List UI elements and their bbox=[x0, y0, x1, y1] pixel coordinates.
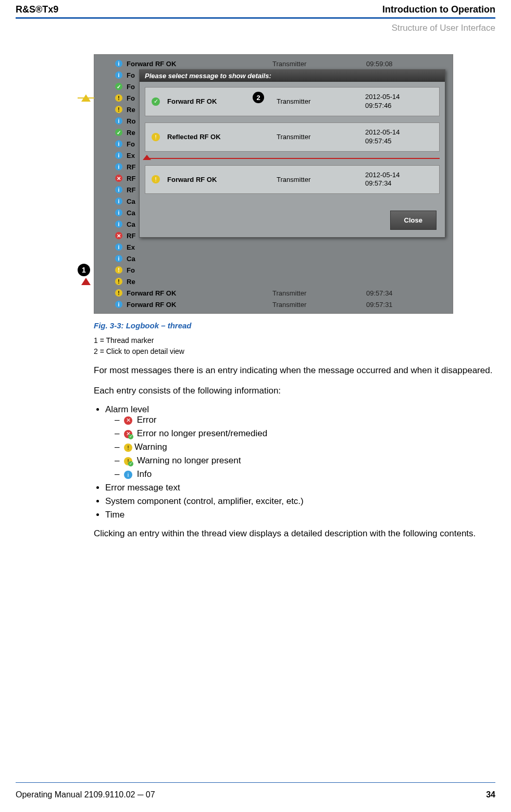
popup-timestamp: 2012-05-1409:57:34 bbox=[365, 171, 400, 189]
popup-message: Forward RF OK bbox=[167, 176, 277, 183]
info-icon: i bbox=[115, 243, 122, 251]
close-button[interactable]: Close bbox=[390, 211, 437, 230]
red-separator bbox=[145, 158, 440, 159]
callout-1: 1 bbox=[78, 264, 90, 276]
warn-icon: ! bbox=[115, 106, 122, 113]
log-row[interactable]: iForward RF OKTransmitter09:59:08 bbox=[94, 58, 453, 69]
warning-icon: ! bbox=[124, 444, 132, 452]
page-header: R&S®Tx9 Introduction to Operation bbox=[0, 0, 511, 17]
list-item-error: ✕ Error bbox=[115, 415, 495, 425]
list-item-sys-comp: System component (control, amplifier, ex… bbox=[105, 496, 495, 507]
warning-remedied-icon: ! bbox=[124, 457, 132, 465]
info-list: Alarm level ✕ Error ✕ Error no longer pr… bbox=[94, 404, 495, 520]
log-row[interactable]: iForward RF OKTransmitter09:57:31 bbox=[94, 299, 453, 310]
popup-message-item[interactable]: ✓Forward RF OKTransmitter2012-05-1409:57… bbox=[145, 87, 440, 116]
page-footer: Operating Manual 2109.9110.02 ─ 07 34 bbox=[0, 786, 511, 799]
detail-popup: Please select message to show details: ✓… bbox=[139, 69, 445, 238]
list-item-info: i Info bbox=[115, 469, 495, 479]
header-left: R&S®Tx9 bbox=[16, 4, 58, 15]
list-item-error-ok: ✕ Error no longer present/remedied bbox=[115, 428, 495, 439]
info-icon: i bbox=[115, 163, 122, 170]
errok-icon: ✕ bbox=[115, 175, 122, 182]
warnok-icon: ! bbox=[115, 266, 122, 274]
figure-legend: 1 = Thread marker 2 = Click to open deta… bbox=[94, 335, 495, 357]
log-time: 09:59:08 bbox=[366, 60, 393, 68]
log-row[interactable]: !Re bbox=[94, 276, 453, 287]
popup-message: Reflected RF OK bbox=[167, 133, 277, 141]
error-icon: ✕ bbox=[124, 416, 132, 425]
paragraph-1: For most messages there is an entry indi… bbox=[94, 364, 495, 377]
list-item-warning: !Warning bbox=[115, 442, 495, 452]
popup-timestamp: 2012-05-1409:57:46 bbox=[365, 93, 400, 110]
logbook-screenshot: iForward RF OKTransmitter09:59:08iFo✓Fo!… bbox=[94, 54, 453, 314]
log-message: Fo bbox=[127, 266, 272, 274]
info-icon: i bbox=[115, 209, 122, 216]
info-icon: i bbox=[115, 301, 122, 308]
popup-source: Transmitter bbox=[277, 133, 365, 141]
thread-marker-icon bbox=[78, 276, 94, 287]
info-icon: i bbox=[124, 471, 132, 479]
info-icon: i bbox=[115, 220, 122, 228]
info-icon: i bbox=[115, 71, 122, 79]
warn-icon: ! bbox=[115, 94, 122, 102]
log-source: Transmitter bbox=[272, 289, 366, 297]
log-row[interactable]: !Forward RF OKTransmitter09:57:34 bbox=[94, 287, 453, 299]
list-item-alarm-level: Alarm level ✕ Error ✕ Error no longer pr… bbox=[105, 404, 495, 479]
info-icon: i bbox=[115, 117, 122, 125]
log-time: 09:57:31 bbox=[366, 301, 393, 309]
log-source: Transmitter bbox=[272, 301, 366, 309]
popup-title: Please select message to show details: bbox=[140, 70, 445, 82]
footer-page-number: 34 bbox=[486, 790, 495, 799]
popup-source: Transmitter bbox=[277, 176, 365, 183]
figure-caption: Fig. 3-3: Logbook – thread bbox=[94, 321, 495, 330]
popup-body: ✓Forward RF OKTransmitter2012-05-1409:57… bbox=[140, 82, 445, 237]
warn-icon: ! bbox=[115, 289, 122, 297]
popup-message-item[interactable]: !Forward RF OKTransmitter2012-05-1409:57… bbox=[145, 165, 440, 194]
info-icon: i bbox=[115, 255, 122, 262]
header-right: Introduction to Operation bbox=[382, 4, 495, 15]
list-item-msg-text: Error message text bbox=[105, 483, 495, 493]
ok-icon: ✓ bbox=[115, 129, 122, 136]
legend-line-1: 1 = Thread marker bbox=[94, 335, 495, 346]
list-item-warning-ok: ! Warning no longer present bbox=[115, 456, 495, 466]
popup-message-item[interactable]: !Reflected RF OKTransmitter2012-05-1409:… bbox=[145, 122, 440, 152]
callout-2: 2 bbox=[253, 92, 264, 103]
log-message: Forward RF OK bbox=[127, 301, 272, 309]
warn-icon: ! bbox=[115, 278, 122, 285]
error-remedied-icon: ✕ bbox=[124, 430, 132, 438]
err-icon: ✕ bbox=[115, 232, 122, 239]
info-icon: i bbox=[115, 198, 122, 205]
log-message: Ca bbox=[127, 255, 272, 263]
footer-left: Operating Manual 2109.9110.02 ─ 07 bbox=[16, 790, 155, 799]
list-item-time: Time bbox=[105, 510, 495, 520]
warn-icon: ! bbox=[152, 175, 160, 183]
legend-line-2: 2 = Click to open detail view bbox=[94, 346, 495, 357]
log-message: Forward RF OK bbox=[127, 289, 272, 297]
warn-icon: ! bbox=[152, 133, 160, 141]
subheader-right: Structure of User Interface bbox=[0, 19, 511, 33]
popup-timestamp: 2012-05-1409:57:45 bbox=[365, 128, 400, 146]
popup-source: Transmitter bbox=[277, 97, 365, 105]
info-icon: i bbox=[115, 152, 122, 159]
log-source: Transmitter bbox=[272, 60, 366, 68]
ok-icon: ✓ bbox=[115, 83, 122, 90]
log-row[interactable]: 1!Fo bbox=[94, 264, 453, 276]
info-icon: i bbox=[115, 140, 122, 147]
log-message: Ex bbox=[127, 243, 272, 251]
log-time: 09:57:34 bbox=[366, 289, 393, 297]
log-message: Re bbox=[127, 278, 272, 286]
paragraph-3: Clicking an entry within the thread view… bbox=[94, 527, 495, 540]
footer-rule bbox=[16, 782, 495, 783]
log-row[interactable]: iEx bbox=[94, 241, 453, 253]
info-icon: i bbox=[115, 60, 122, 67]
paragraph-2: Each entry consists of the following inf… bbox=[94, 385, 495, 398]
log-row[interactable]: iCa bbox=[94, 253, 453, 264]
content-area: iForward RF OKTransmitter09:59:08iFo✓Fo!… bbox=[0, 33, 511, 540]
info-icon: i bbox=[115, 186, 122, 193]
ok-icon: ✓ bbox=[152, 97, 160, 106]
log-message: Forward RF OK bbox=[127, 60, 272, 68]
